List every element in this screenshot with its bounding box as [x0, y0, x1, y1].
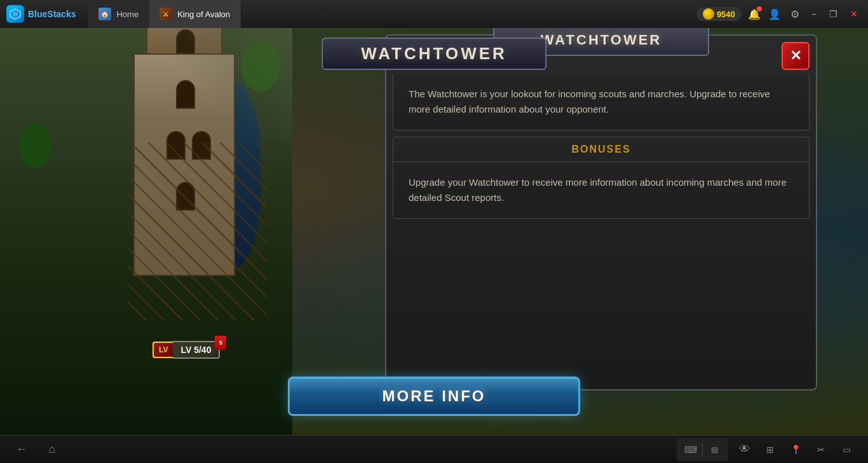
bluestacks-logo [6, 5, 24, 23]
titlebar: BlueStacks 🏠 Home ⚔ King of Avalon 9540 … [0, 0, 868, 28]
top-decoration: WATCHTOWER [275, 28, 593, 66]
panel-content: The Watchtower is your lookout for incom… [393, 61, 810, 383]
tower-area [0, 28, 292, 435]
lv-icon: LV [153, 342, 173, 358]
bell-wrapper: 🔔 [747, 6, 762, 22]
divider-1 [702, 443, 703, 456]
home-tab[interactable]: 🏠 Home [88, 0, 149, 28]
bonuses-title: BONUSES [571, 144, 630, 155]
close-button[interactable]: ✕ [846, 8, 862, 20]
bonuses-content: Upgrade your Watchtower to receive more … [393, 162, 809, 218]
game-tab-icon: ⚔ [159, 8, 172, 20]
scissors-icon[interactable]: ✂ [812, 441, 830, 459]
watchtower-top-text: WATCHTOWER [361, 44, 507, 63]
logo-area: BlueStacks [0, 5, 82, 23]
home-tab-label: Home [116, 10, 139, 19]
tree-2 [19, 123, 51, 168]
taskbar: ← ⌂ ⌨ ▤ 👁 ⊞ 📍 ✂ ▭ [0, 435, 868, 463]
eye-icon[interactable]: 👁 [736, 441, 754, 459]
back-button[interactable]: ← [13, 441, 31, 459]
level-badge: LV LV 5/40 5 [153, 341, 220, 359]
coin-count: 9540 [717, 10, 735, 19]
description-text: The Watchtower is your lookout for incom… [409, 86, 794, 117]
taskbar-right: ⌨ ▤ 👁 ⊞ 📍 ✂ ▭ [677, 438, 855, 461]
corner-arch [153, 28, 292, 142]
watchtower-top-title: WATCHTOWER [322, 38, 546, 70]
close-x-icon: ✕ [790, 48, 801, 64]
coin-area: 9540 [696, 7, 742, 21]
bonuses-section: BONUSES Upgrade your Watchtower to recei… [393, 137, 810, 219]
level-flag: 5 [215, 336, 226, 350]
keyboard-2-icon[interactable]: ▤ [705, 441, 723, 459]
layout-icon[interactable]: ▭ [837, 441, 855, 459]
more-info-button[interactable]: MORE INFO [288, 377, 580, 416]
main-panel: WATCHTOWER ✕ The Watchtower is your look… [385, 34, 817, 390]
more-info-label: MORE INFO [383, 387, 486, 405]
notification-dot [757, 6, 762, 11]
bonuses-text: Upgrade your Watchtower to receive more … [409, 175, 794, 205]
svg-marker-1 [13, 11, 18, 17]
expand-icon[interactable]: ⊞ [761, 441, 779, 459]
settings-icon[interactable]: ⚙ [787, 6, 803, 22]
titlebar-right: 9540 🔔 👤 ⚙ − ❐ ✕ [696, 6, 868, 22]
coin-icon [703, 8, 714, 20]
game-area: WATCHTOWER LV LV 5/40 5 WATCHTOWER ✕ The… [0, 28, 868, 435]
bonuses-header: BONUSES [393, 137, 809, 162]
game-tab[interactable]: ⚔ King of Avalon [149, 0, 241, 28]
minimize-button[interactable]: − [808, 8, 820, 20]
restore-button[interactable]: ❐ [825, 8, 841, 20]
profile-icon[interactable]: 👤 [767, 6, 782, 22]
close-x-button[interactable]: ✕ [782, 42, 810, 70]
app-name: BlueStacks [28, 9, 76, 19]
home-tab-icon: 🏠 [98, 8, 111, 20]
scaffolding [127, 142, 267, 321]
description-box: The Watchtower is your lookout for incom… [393, 74, 810, 130]
location-icon[interactable]: 📍 [787, 441, 804, 459]
level-text: LV 5/40 [173, 341, 220, 359]
home-button[interactable]: ⌂ [43, 441, 61, 459]
taskbar-left: ← ⌂ [13, 441, 61, 459]
tab-area: 🏠 Home ⚔ King of Avalon [88, 0, 241, 28]
keyboard-icon[interactable]: ⌨ [682, 441, 700, 459]
game-tab-label: King of Avalon [177, 10, 230, 19]
